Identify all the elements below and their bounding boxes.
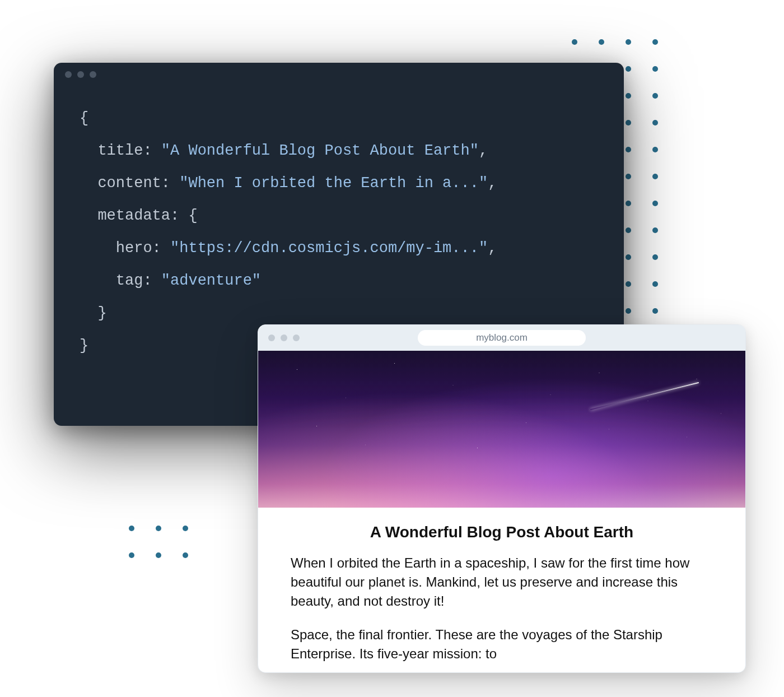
address-bar[interactable]: myblog.com (418, 330, 586, 346)
traffic-light-close-icon (65, 71, 72, 78)
browser-window: myblog.com A Wonderful Blog Post About E… (258, 324, 746, 673)
code-line-3-key: content: (80, 175, 179, 192)
traffic-light-close-icon (268, 334, 275, 341)
code-line-5-key: hero: (80, 240, 170, 257)
decorative-dots-left (129, 526, 188, 558)
blog-title: A Wonderful Blog Post About Earth (291, 523, 713, 541)
code-line-2-comma: , (479, 142, 488, 159)
code-line-1: { (80, 110, 88, 127)
code-line-2-key: title: (80, 142, 161, 159)
code-line-8: } (80, 337, 88, 354)
code-line-5-string: "https://cdn.cosmicjs.com/my-im..." (170, 240, 488, 257)
code-line-7: } (80, 305, 107, 322)
blog-content: A Wonderful Blog Post About Earth When I… (258, 508, 745, 663)
code-line-5-comma: , (488, 240, 497, 257)
code-line-2-string: "A Wonderful Blog Post About Earth" (161, 142, 479, 159)
traffic-light-minimize-icon (77, 71, 84, 78)
code-line-4: metadata: { (80, 207, 198, 224)
browser-titlebar: myblog.com (258, 325, 745, 351)
address-bar-url: myblog.com (476, 332, 528, 343)
code-line-3-comma: , (488, 175, 497, 192)
code-window-titlebar (54, 63, 624, 86)
traffic-light-zoom-icon (90, 71, 96, 78)
blog-paragraph-1: When I orbited the Earth in a spaceship,… (291, 554, 713, 611)
blog-paragraph-2: Space, the final frontier. These are the… (291, 625, 713, 663)
code-line-3-string: "When I orbited the Earth in a..." (179, 175, 488, 192)
traffic-light-minimize-icon (281, 334, 287, 341)
hero-image (258, 351, 745, 508)
traffic-light-zoom-icon (293, 334, 300, 341)
code-content: { title: "A Wonderful Blog Post About Ea… (54, 86, 624, 362)
code-line-6-string: "adventure" (161, 272, 261, 289)
code-line-6-key: tag: (80, 272, 161, 289)
